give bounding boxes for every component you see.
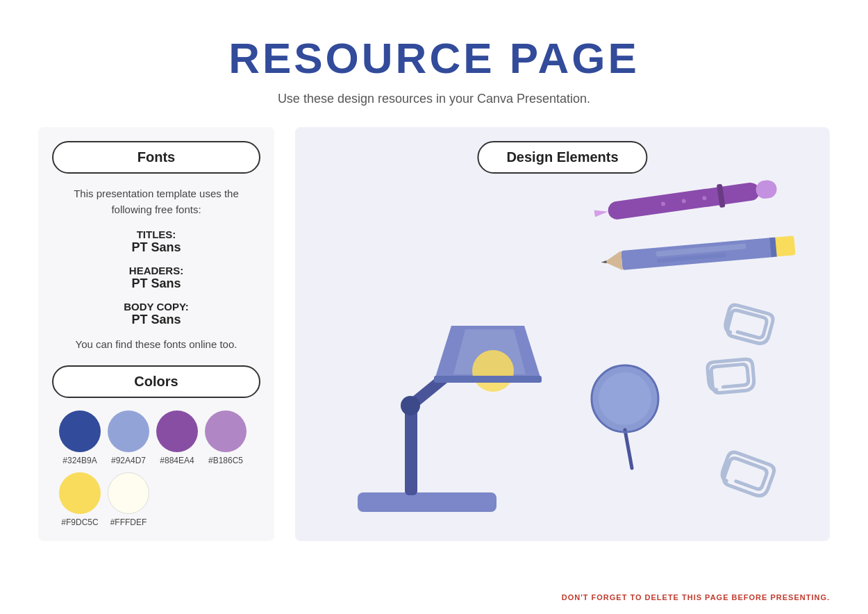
left-panel: Fonts This presentation template uses th… bbox=[38, 127, 274, 541]
paperclip-3-illustration bbox=[714, 446, 800, 511]
footer-note: DON'T FORGET TO DELETE THIS PAGE BEFORE … bbox=[562, 593, 830, 601]
right-panel: Design Elements bbox=[295, 127, 830, 541]
color-hex-4: #B186C5 bbox=[208, 456, 243, 465]
fonts-badge: Fonts bbox=[52, 141, 260, 174]
svg-rect-8 bbox=[434, 376, 542, 383]
find-fonts-text: You can find these fonts online too. bbox=[52, 337, 260, 353]
svg-marker-20 bbox=[601, 260, 606, 264]
design-elements-badge: Design Elements bbox=[477, 141, 647, 174]
color-hex-3: #884EA4 bbox=[160, 456, 194, 465]
svg-rect-0 bbox=[358, 492, 496, 512]
color-swatch-1: #324B9A bbox=[59, 410, 101, 465]
colors-badge: Colors bbox=[52, 365, 260, 398]
page-title: RESOURCE PAGE bbox=[228, 35, 640, 82]
paperclip-1-illustration bbox=[719, 299, 796, 354]
header: RESOURCE PAGE Use these design resources… bbox=[228, 0, 640, 120]
svg-point-3 bbox=[401, 396, 420, 415]
font-name-headers: PT Sans bbox=[52, 276, 260, 291]
font-label-headers: HEADERS: bbox=[52, 265, 260, 276]
font-label-body: BODY COPY: bbox=[52, 301, 260, 313]
fonts-description: This presentation template uses the foll… bbox=[52, 186, 260, 217]
color-circle-6 bbox=[108, 472, 149, 514]
font-name-body: PT Sans bbox=[52, 313, 260, 327]
color-hex-5: #F9DC5C bbox=[61, 517, 98, 527]
color-hex-6: #FFFDEF bbox=[110, 517, 147, 527]
color-hex-1: #324B9A bbox=[62, 456, 97, 465]
color-swatch-5: #F9DC5C bbox=[59, 472, 101, 527]
page-wrapper: RESOURCE PAGE Use these design resources… bbox=[0, 0, 868, 614]
color-circle-3 bbox=[156, 410, 198, 452]
svg-marker-11 bbox=[594, 208, 608, 217]
font-entry-body: BODY COPY: PT Sans bbox=[52, 301, 260, 327]
color-circle-5 bbox=[59, 472, 101, 514]
svg-line-25 bbox=[625, 430, 632, 468]
svg-point-24 bbox=[599, 372, 651, 425]
pen-illustration bbox=[592, 169, 790, 234]
font-entry-headers: HEADERS: PT Sans bbox=[52, 265, 260, 291]
color-swatches: #324B9A #92A4D7 #884EA4 #B186C5 #F9 bbox=[52, 410, 260, 527]
page-subtitle: Use these design resources in your Canva… bbox=[228, 92, 640, 106]
pencil-illustration bbox=[600, 230, 803, 279]
font-entry-titles: TITLES: PT Sans bbox=[52, 229, 260, 255]
lamp-illustration bbox=[330, 263, 552, 520]
color-swatch-4: #B186C5 bbox=[205, 410, 247, 465]
font-name-titles: PT Sans bbox=[52, 240, 260, 255]
color-swatch-3: #884EA4 bbox=[156, 410, 198, 465]
svg-rect-16 bbox=[621, 238, 775, 270]
pushpin-illustration bbox=[587, 360, 670, 472]
color-circle-1 bbox=[59, 410, 101, 452]
font-label-titles: TITLES: bbox=[52, 229, 260, 240]
color-circle-2 bbox=[108, 410, 149, 452]
svg-rect-12 bbox=[755, 179, 778, 200]
svg-point-7 bbox=[472, 350, 514, 392]
color-swatch-2: #92A4D7 bbox=[108, 410, 149, 465]
color-hex-2: #92A4D7 bbox=[111, 456, 146, 465]
svg-rect-1 bbox=[405, 402, 417, 495]
paperclip-2-illustration bbox=[703, 354, 776, 398]
color-circle-4 bbox=[205, 410, 247, 452]
main-content: Fonts This presentation template uses th… bbox=[0, 127, 868, 541]
color-swatch-6: #FFFDEF bbox=[108, 472, 149, 527]
